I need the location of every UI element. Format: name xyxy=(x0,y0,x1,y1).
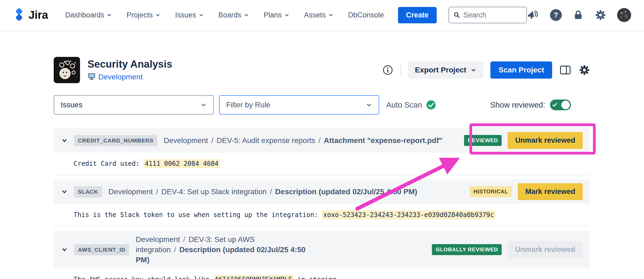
content-text: This is the Slack token to use when sett… xyxy=(74,211,322,219)
nav-icon-group: ? xyxy=(527,8,631,22)
chevron-down-icon xyxy=(244,12,249,18)
avatar[interactable] xyxy=(617,8,631,22)
collapse-chevron-icon[interactable] xyxy=(61,137,68,144)
nav-plans[interactable]: Plans xyxy=(263,11,290,19)
main-menu: Dashboards Projects Issues Boards Plans … xyxy=(65,11,384,19)
divider xyxy=(400,63,401,77)
settings-gear-icon[interactable] xyxy=(578,64,590,76)
secret-highlight: AKIAIO5FODNN7EXAMPLE xyxy=(213,275,294,279)
finding-content: Credit Card used: 4111 0062 2084 4604 xyxy=(54,153,590,175)
status-badge: REVIEWED xyxy=(464,135,502,146)
chevron-down-icon xyxy=(198,12,204,18)
chevron-down-icon xyxy=(284,12,290,18)
main-content: Security Analysis Development xyxy=(0,57,644,279)
finding-actions: HISTORICAL Mark reviewed xyxy=(470,183,583,200)
details-panel-icon[interactable] xyxy=(559,64,571,76)
help-icon[interactable]: ? xyxy=(550,9,562,21)
jira-logo[interactable]: Jira xyxy=(13,8,48,22)
issues-select[interactable]: Issues xyxy=(54,95,214,115)
secret-highlight: 4111 0062 2084 4604 xyxy=(143,159,220,168)
brand-name: Jira xyxy=(28,9,48,21)
finding-card-slack: SLACK Development/DEV-4: Set up Slack in… xyxy=(54,179,590,226)
unmark-reviewed-button[interactable]: Unmark reviewed xyxy=(508,132,583,149)
finding-content: This is the Slack token to use when sett… xyxy=(54,204,590,226)
nav-dbconsole[interactable]: DbConsole xyxy=(348,11,384,19)
breadcrumb: Development/DEV-3: Set up AWS integratio… xyxy=(136,234,313,265)
filter-bar: Issues Filter by Rule Auto Scan Show rev… xyxy=(54,95,590,115)
breadcrumb-issue[interactable]: DEV-5: Audit expense reports xyxy=(216,136,315,145)
breadcrumb-project[interactable]: Development xyxy=(164,136,208,145)
auto-scan-label: Auto Scan xyxy=(386,101,422,109)
gear-icon[interactable] xyxy=(595,9,606,21)
unmark-reviewed-button-disabled: Unmark reviewed xyxy=(508,241,583,258)
project-mini-icon xyxy=(88,72,96,82)
finding-header: AWS_CLIENT_ID Development/DEV-3: Set up … xyxy=(54,231,590,269)
finding-actions: GLOBALLY REVIEWED Unmark reviewed xyxy=(432,241,583,258)
breadcrumb-project[interactable]: Development xyxy=(136,235,180,244)
breadcrumb-project[interactable]: Development xyxy=(108,188,153,196)
mark-reviewed-button[interactable]: Mark reviewed xyxy=(518,183,583,200)
finding-card-aws: AWS_CLIENT_ID Development/DEV-3: Set up … xyxy=(54,231,590,279)
content-text: in staging. xyxy=(294,276,340,279)
nav-dashboards[interactable]: Dashboards xyxy=(65,11,112,19)
chevron-down-icon xyxy=(200,102,207,108)
nav-boards[interactable]: Boards xyxy=(218,11,249,19)
breadcrumb-issue[interactable]: DEV-4: Set up Slack integration xyxy=(161,188,267,196)
megaphone-icon[interactable] xyxy=(527,9,539,21)
top-navigation: Jira Dashboards Projects Issues Boards P… xyxy=(0,0,644,30)
project-link[interactable]: Development xyxy=(98,73,143,81)
secret-highlight: xoxo-523423-234243-234233-e039d02840a0b9… xyxy=(322,210,495,219)
show-reviewed-label: Show reviewed: xyxy=(490,101,545,109)
nav-projects[interactable]: Projects xyxy=(126,11,161,19)
chevron-down-icon xyxy=(366,102,372,108)
finding-card-credit-card: CREDIT_CARD_NUMBERS Development/DEV-5: A… xyxy=(54,128,590,175)
lock-icon[interactable] xyxy=(573,9,584,21)
chevron-down-icon xyxy=(471,67,476,73)
collapse-chevron-icon[interactable] xyxy=(61,189,68,195)
header-actions: Export Project Scan Project xyxy=(382,61,590,79)
chevron-down-icon xyxy=(328,12,334,18)
info-icon[interactable] xyxy=(382,64,393,76)
finding-header: CREDIT_CARD_NUMBERS Development/DEV-5: A… xyxy=(54,128,590,153)
auto-scan-status: Auto Scan xyxy=(386,100,436,110)
collapse-chevron-icon[interactable] xyxy=(61,247,68,253)
findings-list: CREDIT_CARD_NUMBERS Development/DEV-5: A… xyxy=(54,128,590,279)
title-block: Security Analysis Development xyxy=(88,58,172,82)
nav-issues[interactable]: Issues xyxy=(175,11,204,19)
breadcrumb: Development/DEV-5: Audit expense reports… xyxy=(164,135,443,146)
page-title: Security Analysis xyxy=(88,58,172,70)
show-reviewed-toggle[interactable] xyxy=(550,100,571,110)
scan-project-button[interactable]: Scan Project xyxy=(490,61,552,79)
finding-header: SLACK Development/DEV-4: Set up Slack in… xyxy=(54,179,590,204)
breadcrumb: Development/DEV-4: Set up Slack integrat… xyxy=(108,187,417,197)
search-icon xyxy=(453,11,460,19)
chevron-down-icon xyxy=(107,12,112,18)
search-input[interactable] xyxy=(463,11,522,19)
check-circle-icon xyxy=(426,100,436,110)
nav-assets[interactable]: Assets xyxy=(304,11,334,19)
status-badge: GLOBALLY REVIEWED xyxy=(432,244,502,255)
content-text: The AWS access key should look like xyxy=(74,276,213,279)
project-header: Security Analysis Development xyxy=(54,57,590,83)
content-text: Credit Card used: xyxy=(74,160,143,167)
export-project-button[interactable]: Export Project xyxy=(408,61,483,79)
jira-logo-icon xyxy=(13,8,25,22)
breadcrumb-location: Attachment "expense-report.pdf" xyxy=(324,136,443,145)
rule-badge: SLACK xyxy=(74,186,102,197)
finding-content: The AWS access key should look like AKIA… xyxy=(54,269,590,279)
breadcrumb-location: Description (updated 02/Jul/25 4:50 PM) xyxy=(275,188,417,196)
show-reviewed-control: Show reviewed: xyxy=(490,100,571,110)
project-avatar xyxy=(54,57,80,83)
chevron-down-icon xyxy=(155,12,161,18)
create-button[interactable]: Create xyxy=(398,7,437,23)
finding-actions: REVIEWED Unmark reviewed xyxy=(464,132,583,149)
check-icon xyxy=(552,102,558,108)
search-box[interactable] xyxy=(448,7,527,23)
status-badge: HISTORICAL xyxy=(470,186,512,197)
rule-badge: AWS_CLIENT_ID xyxy=(74,244,129,255)
rule-badge: CREDIT_CARD_NUMBERS xyxy=(74,135,157,146)
rule-filter-select[interactable]: Filter by Rule xyxy=(219,95,379,115)
